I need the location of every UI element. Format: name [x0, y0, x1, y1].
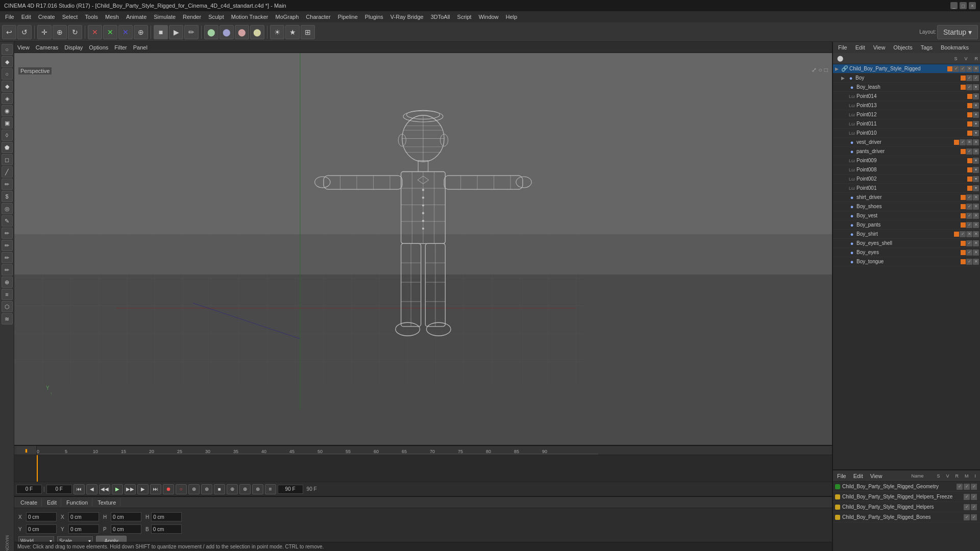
- menu-render[interactable]: Render: [180, 13, 204, 21]
- om-item-boy-leash[interactable]: ● Boy_leash ✓ ▾: [833, 83, 980, 92]
- point-tool[interactable]: ⬤: [219, 25, 234, 39]
- menu-tools[interactable]: Tools: [82, 13, 101, 21]
- om-item-point001[interactable]: Lω Point001 ▾: [833, 184, 980, 193]
- viewport-menu-panel[interactable]: Panel: [133, 44, 148, 51]
- left-tool-22[interactable]: ⬡: [2, 301, 13, 312]
- left-tool-19[interactable]: ✏: [2, 264, 13, 276]
- om-ctrl-pants-2[interactable]: ✕: [973, 148, 979, 155]
- left-tool-7[interactable]: ▣: [2, 117, 13, 129]
- om-ctrl-shoes-1[interactable]: ✓: [966, 204, 972, 210]
- x-axis-btn[interactable]: ✕: [88, 25, 102, 39]
- om-ctrl-tongue-2[interactable]: ✕: [973, 259, 979, 265]
- om-item-boy-eyes-shell[interactable]: ● Boy_eyes_shell ✓ ✕: [833, 239, 980, 248]
- sm-item-bones[interactable]: Child_Boy_Party_Style_Rigged_Bones ✓ ✓: [833, 512, 980, 522]
- world-coord-btn[interactable]: ⊕: [134, 25, 148, 39]
- sm-item-geometry[interactable]: Child_Boy_Party_Style_Rigged_Geometry ✓ …: [833, 482, 980, 492]
- left-tool-23[interactable]: ≋: [2, 313, 13, 324]
- sm-item-helpers-freeze[interactable]: Child_Boy_Party_Style_Rigged_Helpers_Fre…: [833, 492, 980, 502]
- om-ctrl-2[interactable]: ✓: [960, 66, 966, 72]
- coord-b-field[interactable]: [151, 524, 182, 534]
- om-item-boy-pants[interactable]: ● Boy_pants ✓ ✕: [833, 220, 980, 230]
- left-tool-20[interactable]: ⊕: [2, 277, 13, 288]
- om-ctrl-leash-1[interactable]: ✓: [966, 84, 972, 90]
- menu-help[interactable]: Help: [503, 13, 521, 21]
- om-ctrl-leash-2[interactable]: ▾: [973, 84, 979, 90]
- om-item-point008[interactable]: Lω Point008 ▾: [833, 165, 980, 174]
- move-tool[interactable]: ✛: [37, 25, 52, 39]
- menu-script[interactable]: Script: [454, 13, 475, 21]
- prev-frame-button[interactable]: ◀: [86, 484, 97, 494]
- om-ctrl-pants-1[interactable]: ✓: [966, 148, 972, 155]
- om-ctrl-p011[interactable]: ▾: [973, 121, 979, 127]
- om-ctrl-p001[interactable]: ▾: [973, 185, 979, 191]
- layout-btn[interactable]: ⊞: [301, 25, 315, 39]
- menu-motion-tracker[interactable]: Motion Tracker: [228, 13, 272, 21]
- edge-tool[interactable]: ⬤: [235, 25, 249, 39]
- sm-ctrl-h-2[interactable]: ✓: [971, 504, 977, 510]
- tab-edit[interactable]: Edit: [43, 498, 61, 507]
- om-ctrl-bvest-2[interactable]: ✕: [973, 213, 979, 219]
- om-item-point012[interactable]: Lω Point012 ▾: [833, 110, 980, 119]
- left-tool-5[interactable]: ◈: [2, 93, 13, 104]
- model-tool[interactable]: ⬤: [204, 25, 218, 39]
- coord-y-field[interactable]: [26, 524, 57, 534]
- om-item-vest-driver[interactable]: ● vest_driver ✓ ✕ ✕: [833, 138, 980, 147]
- left-tool-4[interactable]: ◆: [2, 81, 13, 92]
- om-item-point010[interactable]: Lω Point010 ▾: [833, 129, 980, 138]
- scale-tool[interactable]: ⊕: [53, 25, 67, 39]
- om-item-pants-driver[interactable]: ● pants_driver ✓ ✕: [833, 147, 980, 156]
- om-ctrl-bvest-1[interactable]: ✓: [966, 213, 972, 219]
- left-tool-21[interactable]: ≡: [2, 289, 13, 300]
- rtab-objects[interactable]: Objects: [890, 43, 915, 52]
- menu-mesh[interactable]: Mesh: [102, 13, 122, 21]
- om-ctrl-eyes-shell-2[interactable]: ✕: [973, 240, 979, 246]
- minimize-button[interactable]: _: [950, 2, 958, 9]
- om-ctrl-p012[interactable]: ▾: [973, 112, 979, 118]
- y-axis-btn[interactable]: ✕: [103, 25, 117, 39]
- coord-size-y-field[interactable]: [68, 524, 99, 534]
- tab-texture[interactable]: Texture: [93, 498, 120, 507]
- om-ctrl-1[interactable]: ✓: [953, 66, 959, 72]
- coord-p-field[interactable]: [111, 524, 141, 534]
- rtab-edit[interactable]: Edit: [852, 43, 868, 52]
- om-ctrl-p014[interactable]: ▾: [973, 93, 979, 99]
- play-reverse-button[interactable]: ◀◀: [99, 484, 110, 494]
- render-btn[interactable]: ■: [154, 25, 168, 39]
- om-ctrl-vest-2[interactable]: ✕: [966, 139, 972, 145]
- sm-edit-btn[interactable]: Edit: [851, 473, 865, 479]
- left-tool-12[interactable]: ✏: [2, 179, 13, 190]
- timeline-btn7[interactable]: ≡: [265, 484, 276, 494]
- om-item-point014[interactable]: Lω Point014 ▾: [833, 92, 980, 101]
- menu-create[interactable]: Create: [35, 13, 58, 21]
- rtab-file[interactable]: File: [835, 43, 850, 52]
- om-ctrl-p008[interactable]: ▾: [973, 167, 979, 173]
- sm-file-btn[interactable]: File: [835, 473, 848, 479]
- timeline-btn3[interactable]: ■: [214, 484, 225, 494]
- sm-ctrl-geo-3[interactable]: ✓: [971, 484, 977, 490]
- sm-item-helpers[interactable]: Child_Boy_Party_Style_Rigged_Helpers ✓ ✓: [833, 502, 980, 512]
- rtab-bookmarks[interactable]: Bookmarks: [938, 43, 972, 52]
- om-item-root[interactable]: ▶ 🔗 Child_Boy_Party_Style_Rigged ✓ ✓ ✕ ✕: [833, 64, 980, 73]
- left-tool-16[interactable]: ✏: [2, 228, 13, 239]
- om-ctrl-eyes-2[interactable]: ✕: [973, 249, 979, 256]
- om-ctrl-bpants-1[interactable]: ✓: [966, 222, 972, 228]
- om-item-boy-vest[interactable]: ● Boy_vest ✓ ✕: [833, 211, 980, 220]
- menu-simulate[interactable]: Simulate: [151, 13, 179, 21]
- viewport-camera-icon[interactable]: ○: [819, 66, 822, 73]
- menu-edit[interactable]: Edit: [18, 13, 34, 21]
- left-tool-13[interactable]: $: [2, 191, 13, 202]
- om-ctrl-boy-1[interactable]: ✓: [966, 75, 972, 81]
- maximize-button[interactable]: □: [960, 2, 967, 9]
- om-ctrl-p002[interactable]: ▾: [973, 176, 979, 182]
- goto-end-button[interactable]: ⏭: [150, 484, 161, 494]
- om-item-boy-shirt[interactable]: ● Boy_shirt ✓ ✕ ✕: [833, 230, 980, 239]
- om-item-shirt-driver[interactable]: ● shirt_driver ✓ ✕: [833, 193, 980, 202]
- left-tool-14[interactable]: ◎: [2, 203, 13, 214]
- menu-window[interactable]: Window: [476, 13, 502, 21]
- sm-ctrl-geo-2[interactable]: ✓: [964, 484, 970, 490]
- om-ctrl-3[interactable]: ✕: [966, 66, 972, 72]
- om-ctrl-tongue-1[interactable]: ✓: [966, 259, 972, 265]
- om-ctrl-shirt-1[interactable]: ✓: [966, 194, 972, 201]
- om-item-boy[interactable]: ▶ ● Boy ✓ ✓: [833, 73, 980, 83]
- om-ctrl-eyes-shell-1[interactable]: ✓: [966, 240, 972, 246]
